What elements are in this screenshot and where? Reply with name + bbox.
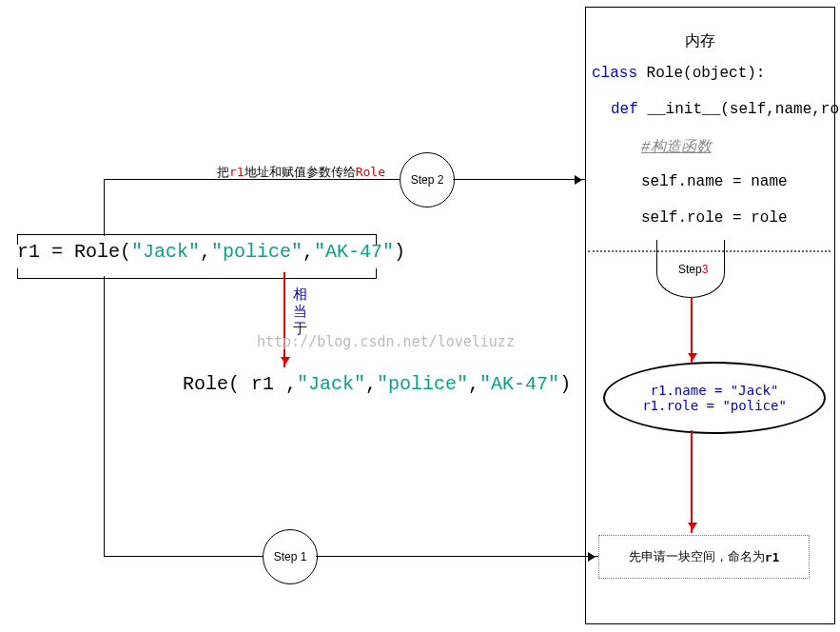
exp-rest1: , bbox=[274, 373, 297, 395]
step2-label: Step 2 bbox=[411, 173, 444, 187]
bracket-bottom bbox=[17, 268, 377, 279]
step3-text: Step bbox=[678, 263, 702, 276]
dotted-pre: 先申请一块空间，命名为 bbox=[629, 548, 765, 565]
red-arrow-step3-to-ellipse bbox=[691, 297, 693, 364]
assign-sep1: , bbox=[200, 241, 211, 263]
equivalence-arrow bbox=[283, 272, 285, 367]
exp-sep2: , bbox=[468, 373, 479, 395]
space-allocation-box: 先申请一块空间，命名为r1 bbox=[598, 535, 810, 579]
watermark: http://blog.csdn.net/loveliuzz bbox=[257, 333, 515, 350]
assign-lhs: r1 = Role( bbox=[17, 241, 131, 263]
code-def-line: def __init__(self,name,role, bbox=[611, 101, 840, 118]
connector-step1-h1 bbox=[104, 556, 264, 557]
s2-role: Role bbox=[356, 165, 385, 179]
step3-label: Step3 bbox=[678, 263, 708, 276]
exp-sep1: , bbox=[365, 373, 377, 395]
code-assign-2: self.role = role bbox=[641, 209, 788, 227]
assign1: name = name bbox=[687, 173, 788, 190]
assignment-expression: r1 = Role("Jack","police","AK-47") bbox=[17, 241, 405, 263]
exp-arg1: "Jack" bbox=[297, 373, 365, 395]
step2-caption: 把r1地址和赋值参数传给Role bbox=[217, 164, 385, 181]
ellipse-line2: r1.role = "police" bbox=[642, 398, 787, 413]
class-name: Role bbox=[637, 65, 683, 82]
assign-arg1: "Jack" bbox=[131, 241, 200, 263]
assign-arg3: "AK-47" bbox=[314, 241, 394, 263]
exp-close: ) bbox=[559, 373, 571, 395]
code-class-line: class Role(object): bbox=[592, 65, 765, 82]
assign-arg2: "police" bbox=[211, 241, 303, 263]
assign2: role = role bbox=[687, 209, 788, 227]
connector-step2-h2 bbox=[453, 179, 585, 180]
code-assign-1: self.name = name bbox=[641, 173, 788, 190]
result-ellipse: r1.name = "Jack" r1.role = "police" bbox=[603, 362, 826, 434]
connector-step1-down bbox=[104, 276, 105, 556]
connector-step2-up bbox=[104, 179, 105, 236]
red-arrow-ellipse-to-dotted bbox=[691, 430, 693, 533]
class-paren: (object): bbox=[683, 65, 765, 82]
expanded-call: Role( r1 ,"Jack","police","AK-47") bbox=[183, 373, 571, 395]
s2-pre: 把 bbox=[217, 165, 229, 179]
dotted-r1: r1 bbox=[765, 550, 780, 564]
ellipse-line1: r1.name = "Jack" bbox=[651, 383, 779, 398]
step1-label: Step 1 bbox=[274, 550, 307, 563]
connector-step1-h2 bbox=[316, 556, 598, 557]
init-name: __init__ bbox=[638, 101, 720, 118]
exp-r1: r1 bbox=[251, 373, 274, 395]
exp-head: Role( bbox=[183, 373, 251, 395]
kw-class: class bbox=[592, 65, 637, 82]
exp-arg3: "AK-47" bbox=[479, 373, 559, 395]
equivalence-label: 相当于 bbox=[293, 286, 310, 337]
diagram-canvas: 内存 class Role(object): def __init__(self… bbox=[0, 0, 840, 632]
s2-r1: r1 bbox=[229, 165, 244, 179]
init-args: (self,name,role, bbox=[720, 101, 840, 118]
step1-circle: Step 1 bbox=[263, 529, 318, 584]
step3-num: 3 bbox=[702, 263, 709, 276]
kw-def: def bbox=[611, 101, 638, 118]
self1: self. bbox=[641, 173, 687, 190]
step2-circle: Step 2 bbox=[400, 152, 455, 207]
exp-arg2: "police" bbox=[377, 373, 468, 395]
assign-sep2: , bbox=[303, 241, 314, 263]
self2: self. bbox=[641, 209, 687, 227]
memory-box bbox=[585, 7, 835, 624]
code-comment: #构造函数 bbox=[641, 137, 712, 157]
memory-title: 内存 bbox=[685, 31, 715, 51]
s2-mid: 地址和赋值参数传给 bbox=[244, 165, 356, 179]
assign-close: ) bbox=[394, 241, 405, 263]
